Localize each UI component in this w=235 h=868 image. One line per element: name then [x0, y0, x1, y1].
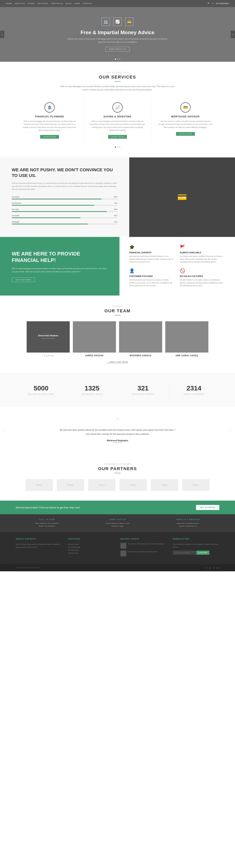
partners-divider — [114, 473, 121, 473]
feature-item-2: 🚩 Always Available Our experts are alway… — [180, 245, 225, 263]
newsletter-submit-button[interactable]: SUBSCRIBE — [197, 551, 209, 555]
feature-item-4: 🚫 No Sales Cultures We don't believe in … — [180, 268, 225, 287]
partner-logo-6: Partner — [182, 479, 210, 491]
team-social-fb-1[interactable]: f — [43, 354, 43, 356]
green-features-button[interactable]: OUR FEATURES — [12, 278, 35, 282]
testimonial-section: ‹ › " My work has been greatly helped by… — [0, 407, 235, 453]
partner-logo-5: Partner — [151, 479, 178, 491]
testimonial-arrows: ‹ › — [4, 428, 231, 432]
team-social-1: f t g in rss — [27, 354, 70, 356]
feature-desc-4: We don't believe in the sales culture, n… — [180, 279, 225, 287]
team-photo-2 — [73, 321, 116, 352]
progress-item-insurance: Insurance 85% — [12, 196, 118, 199]
stat-item-2: 1325 Successful Deals — [67, 380, 118, 399]
nav-pages[interactable]: PAGES — [28, 3, 35, 4]
team-label: Experts — [12, 305, 223, 307]
team-grid: Ahmed Abd-Alhaleem Head of Investment f … — [12, 321, 223, 356]
search-icon[interactable]: 🔍 — [208, 3, 210, 4]
progress-name-overdraft: Overdraft — [12, 215, 19, 217]
footer-about-title: ABOUT EXPERTS — [16, 538, 62, 540]
hero-next-arrow[interactable]: › — [231, 31, 235, 38]
progress-value-mortgage: 72% — [114, 221, 118, 223]
progress-item-overdraft: Overdraft 65% — [12, 215, 118, 218]
cart-icon[interactable]: 🛒 — [212, 3, 214, 4]
service-card-3: 💳 Mortgage Advisor We have access to who… — [152, 98, 219, 143]
post-info-1[interactable]: Five ways to cheer yourself up on the Bl… — [128, 543, 164, 545]
hero-cta-button[interactable]: MORE ABOUT US — [105, 47, 130, 51]
team-social-in-1[interactable]: in — [48, 354, 50, 356]
feature-desc-1: We have the most famous financial adviso… — [129, 255, 175, 263]
testimonial-prev-arrow[interactable]: ‹ — [4, 428, 5, 432]
footer-service-1[interactable]: Business Loans — [68, 543, 115, 546]
progress-item-mortgage: Mortgage 72% — [12, 221, 118, 224]
hero-dot-1[interactable] — [115, 59, 116, 60]
hero-dot-2[interactable] — [117, 59, 118, 60]
cta-text: Worried about debt? Find out where to ge… — [16, 506, 80, 509]
phone-number: 00 97430449831 — [216, 3, 229, 4]
nav-features[interactable]: FEATURES — [37, 3, 48, 4]
team-section: Experts OUR TEAM Ahmed Abd-Alhaleem Head… — [0, 296, 235, 373]
sdot-2[interactable] — [117, 147, 118, 148]
footer-social-in[interactable]: in — [213, 567, 215, 569]
nav-services[interactable]: SERVICES — [15, 3, 25, 4]
footer-col-about: ABOUT EXPERTS We are trusted money advis… — [16, 538, 62, 558]
nav-shop[interactable]: SHOP — [74, 3, 80, 4]
stat-number-3: 321 — [122, 384, 164, 392]
progress-label-investments: Investments 78% — [12, 202, 118, 204]
nav-portfolio[interactable]: PORTFOLIO — [51, 3, 63, 4]
team-name-photo-1: Ahmed Abd-Alhaleem — [38, 335, 58, 337]
cta-banner: Worried about debt? Find out where to ge… — [0, 501, 235, 514]
progress-label-insurance: Insurance 85% — [12, 196, 118, 198]
hero-dot-3[interactable] — [119, 59, 120, 60]
progress-fill-overdraft — [12, 217, 80, 218]
footer-service-2[interactable]: Business Savings — [68, 546, 115, 549]
testimonial-author: Mahmoud Baghagho — [16, 439, 219, 442]
footer-social-icons: f t g+ in rss — [205, 567, 219, 569]
team-social-tw-1[interactable]: t — [45, 354, 45, 356]
service-btn-3[interactable]: LEARN MORE — [176, 132, 195, 136]
service-card-1: 🏦 Financial Planning With so many Mortga… — [16, 98, 84, 143]
newsletter-input[interactable] — [173, 551, 197, 555]
footer-contact-2: Come Visit Us Finalize Building, 3 Alber… — [106, 519, 129, 528]
hero-icon-card: 💳 — [125, 18, 134, 26]
nav-home[interactable]: HOME — [6, 3, 12, 4]
meet-the-team-link[interactable]: → MEET THE TRAM — [12, 361, 223, 363]
footer-service-3[interactable]: Personal Loans — [68, 549, 115, 552]
nav-blog[interactable]: BLOG — [66, 3, 72, 4]
team-social-gp-1[interactable]: g — [46, 354, 47, 356]
post-info-2[interactable]: In the news: this week's top money stori… — [128, 551, 157, 553]
team-title: OUR TEAM — [12, 308, 223, 313]
progress-value-investments: 78% — [114, 202, 118, 204]
sdot-1[interactable] — [115, 147, 116, 148]
service-btn-2[interactable]: LEARN MORE — [108, 135, 127, 139]
stat-label-3: Advisors & Experts — [122, 393, 164, 395]
pushy-left: WE ARE NOT PUSHY. WE DON'T CONVINCE YOU … — [0, 157, 129, 237]
nav-contact[interactable]: CONTACT — [83, 3, 93, 4]
footer-contact-lines-3: Main Email: contact@email.com Inquiries:… — [176, 522, 200, 528]
progress-value-insurance: 85% — [114, 196, 118, 198]
recent-post-2: In the news: this week's top money stori… — [121, 551, 167, 556]
partners-section: Awesome Customers OUR PARTNERS Partner P… — [0, 453, 235, 501]
cta-button[interactable]: GET STARTED — [196, 505, 219, 510]
footer-services-list: Business Loans Business Savings Personal… — [68, 543, 115, 555]
sdot-3[interactable] — [119, 147, 120, 148]
hero-prev-arrow[interactable]: ‹ — [0, 31, 4, 38]
services-description: With so many Mortgage and Insurance Brok… — [59, 85, 176, 91]
service-btn-1[interactable]: LEARN MORE — [40, 135, 59, 139]
team-social-rss-1[interactable]: rss — [51, 354, 54, 356]
footer-social-gp[interactable]: g+ — [209, 567, 212, 569]
feature-icon-2: 🚩 — [180, 245, 225, 250]
testimonial-next-arrow[interactable]: › — [230, 428, 231, 432]
footer-social-tw[interactable]: t — [207, 567, 208, 569]
team-divider — [114, 315, 121, 315]
footer-social-rss[interactable]: rss — [216, 567, 219, 569]
footer-social-fb[interactable]: f — [205, 567, 205, 569]
pushy-section: WE ARE NOT PUSHY. WE DON'T CONVINCE YOU … — [0, 157, 235, 237]
services-label: Let Us Help You — [16, 71, 219, 73]
stat-label-1: Million Dollars Saved — [20, 393, 62, 395]
footer-contact-title-1: Call Us Now — [35, 519, 59, 521]
footer-service-4[interactable]: Savings Plans — [68, 552, 115, 555]
footer-contact-lines-1: Office Telephone: See instructions Mobil… — [35, 522, 59, 528]
progress-item-investments: Investments 78% — [12, 202, 118, 206]
progress-name-mortgage: Mortgage — [12, 221, 19, 223]
